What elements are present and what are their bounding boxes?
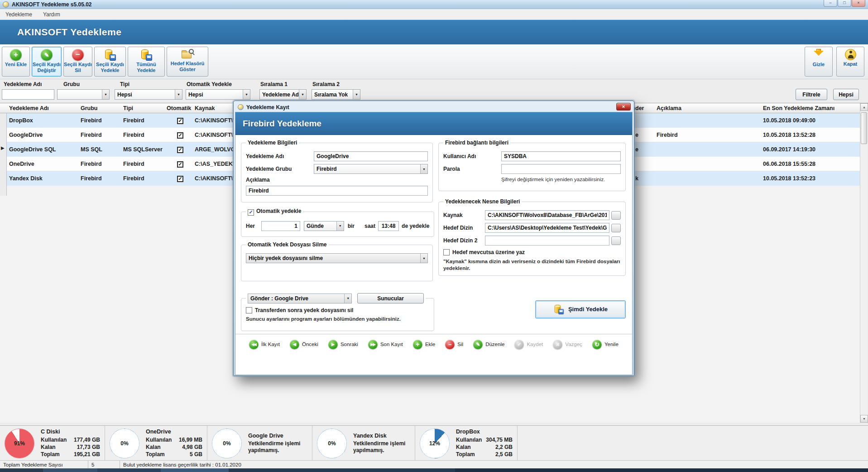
time-input[interactable]: [378, 221, 399, 231]
minimize-button[interactable]: –: [824, 0, 837, 7]
nav-add-button[interactable]: + Ekle: [413, 340, 435, 349]
storage-name: Google Drive: [248, 433, 321, 439]
toolbar-button-label: Tümünü Yedekle: [128, 62, 164, 73]
dialog-close-button[interactable]: ×: [616, 103, 631, 111]
nav-next-button[interactable]: ▶ Sonraki: [328, 340, 358, 349]
scroll-up-icon[interactable]: ▲: [860, 103, 868, 111]
nav-first-button[interactable]: ◀◀ İlk Kayıt: [249, 340, 280, 349]
checkbox-checked-icon[interactable]: ✓: [177, 132, 183, 139]
cell-last-backup: 06.09.2017 14:19:30: [763, 142, 858, 157]
used-label: Kullanılan: [146, 436, 172, 443]
nav-cancel-button[interactable]: ✖ Vazgeç: [553, 340, 582, 349]
google-drive-pie-chart: 0%: [212, 429, 242, 458]
storage-panel-c-disk: 91% C Diski Kullanılan177,49 GB Kalan17,…: [0, 426, 105, 461]
storage-panel-text: Google Drive Yetkilendirme işlemi yapılm…: [248, 433, 321, 454]
delete-record-button[interactable]: − Seçili Kaydı Sil: [63, 47, 92, 77]
col-description[interactable]: Açıklama: [657, 103, 756, 113]
storage-name: C Diski: [41, 429, 100, 435]
backup-object-group: Yedeklenecek Nesne Bilgileri Kaynak Hede…: [438, 198, 626, 276]
backup-now-button[interactable]: Şimdi Yedekle: [535, 300, 626, 318]
browse-target2-button[interactable]: [611, 236, 621, 245]
auto-delete-select[interactable]: Hiçbir yedek dosyasını silme ▼: [246, 253, 428, 263]
cell-type: Firebird: [123, 128, 165, 142]
nav-delete-button[interactable]: − Sil: [445, 340, 463, 349]
nav-previous-button[interactable]: ◀ Önceki: [290, 340, 318, 349]
pie-percent-label: 0%: [317, 429, 347, 458]
nav-last-button[interactable]: ▶▶ Son Kayıt: [368, 340, 403, 349]
target2-path-input[interactable]: [485, 236, 609, 246]
filter-group-select[interactable]: ▼: [57, 89, 110, 100]
cell-auto: ✓: [167, 171, 194, 186]
menu-yedekleme[interactable]: Yedekleme: [0, 11, 38, 18]
nav-edit-button[interactable]: ✎ Düzenle: [473, 340, 504, 349]
maximize-button[interactable]: □: [838, 0, 851, 7]
checkbox-checked-icon[interactable]: ✓: [177, 176, 183, 182]
nav-label: Yenile: [604, 342, 619, 347]
cell-source: C:\AKINSOFT\Wo: [195, 128, 239, 142]
col-last-backup[interactable]: En Son Yedekleme Zamanı: [763, 103, 858, 113]
col-auto[interactable]: Otomatik: [167, 103, 194, 113]
filter-name-input[interactable]: [2, 89, 54, 100]
nav-glyph: ◀◀: [251, 342, 256, 347]
show-target-folder-button[interactable]: Hedef Klasörü Göster: [167, 47, 208, 77]
send-target-select[interactable]: Gönder : Google Drive ▼: [248, 294, 352, 303]
storage-panel-dropbox: 12% DropBox Kullanılan304,75 MB Kalan2,2…: [415, 426, 518, 461]
servers-button[interactable]: Sunucular: [357, 293, 424, 303]
close-button[interactable]: ×: [852, 0, 865, 7]
password-input[interactable]: [501, 164, 621, 174]
filter-type-select[interactable]: Hepsi ▼: [115, 89, 182, 100]
filter-sort1-select[interactable]: Yedekleme Adı ▼: [259, 89, 307, 100]
cell-last-backup: 06.06.2018 15:55:28: [763, 157, 858, 171]
edit-record-button[interactable]: ✎ Seçili Kaydı Değiştir: [32, 47, 62, 77]
scrollbar-thumb[interactable]: [861, 112, 867, 144]
cell-auto: ✓: [167, 142, 194, 157]
exit-button[interactable]: Kapat: [836, 47, 864, 77]
checkbox-unchecked-icon[interactable]: [246, 307, 252, 313]
filter-auto-select[interactable]: Hepsi ▼: [186, 89, 250, 100]
checkbox-unchecked-icon[interactable]: [443, 249, 450, 255]
username-input[interactable]: [501, 151, 621, 161]
backup-all-button[interactable]: Tümünü Yedekle: [128, 47, 165, 77]
nav-glyph: −: [448, 341, 452, 348]
send-group: Gönder : Google Drive ▼ Sunucular Transf…: [241, 293, 434, 331]
hide-button[interactable]: Gizle: [805, 47, 833, 77]
interval-input[interactable]: [261, 221, 300, 231]
col-type[interactable]: Tipi: [123, 103, 165, 113]
browse-source-button[interactable]: [611, 211, 621, 220]
backup-group-select[interactable]: Firebird ▼: [314, 164, 428, 174]
chevron-down-icon: ▼: [344, 294, 351, 303]
yandex-disk-pie-chart: 0%: [317, 429, 347, 458]
target-path-input[interactable]: [485, 223, 609, 233]
menu-yardim[interactable]: Yardım: [38, 11, 66, 18]
scroll-down-icon[interactable]: ▼: [860, 415, 868, 423]
filter-apply-button[interactable]: Filtrele: [796, 89, 827, 100]
used-value: 16,99 MB: [179, 436, 202, 443]
nav-glyph: ↻: [595, 341, 599, 348]
source-path-input[interactable]: [485, 210, 609, 220]
free-label: Kalan: [41, 443, 56, 451]
new-record-button[interactable]: + Yeni Ekle: [2, 47, 30, 77]
table-scrollbar[interactable]: ▲ ▼: [860, 103, 868, 423]
col-name[interactable]: Yedekleme Adı: [9, 103, 77, 113]
filter-sort2-select[interactable]: Sıralama Yok ▼: [312, 89, 360, 100]
nav-refresh-button[interactable]: ↻ Yenile: [592, 340, 619, 349]
description-input[interactable]: [246, 186, 428, 196]
pie-percent-label: 0%: [212, 429, 242, 458]
checkbox-checked-icon[interactable]: ✓: [177, 118, 183, 124]
browse-target-button[interactable]: [611, 224, 621, 232]
window-titlebar: AKINSOFT Yedekleme s5.05.02 – □ ×: [0, 0, 868, 9]
toolbar-button-label: Yeni Ekle: [5, 62, 27, 67]
filter-all-button[interactable]: Hepsi: [833, 89, 859, 100]
checkbox-checked-icon[interactable]: ✓: [177, 161, 183, 168]
checkbox-checked-icon[interactable]: ✓: [177, 147, 183, 153]
col-group[interactable]: Grubu: [81, 103, 121, 113]
interval-unit-select[interactable]: Günde ▼: [304, 221, 344, 231]
storage-panel-text: Yandex Disk Yetkilendirme işlemi yapılma…: [353, 433, 426, 454]
backup-name-input[interactable]: [314, 151, 428, 161]
backup-selected-button[interactable]: Seçili Kaydı Yedekle: [94, 47, 126, 77]
storage-name: OneDrive: [146, 429, 202, 435]
nav-label: Önceki: [302, 342, 318, 347]
nav-save-button[interactable]: ✔ Kaydet: [514, 340, 543, 349]
auto-delete-group: Otomatik Yedek Dosyası Silme Hiçbir yede…: [241, 241, 433, 281]
checkbox-checked-icon[interactable]: ✓: [248, 209, 254, 216]
